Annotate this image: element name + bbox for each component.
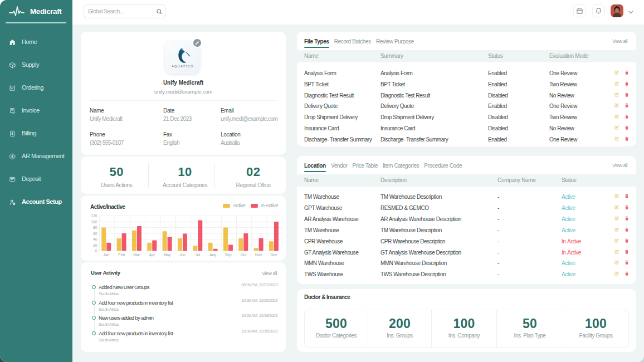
svg-text:Mar: Mar	[134, 253, 140, 257]
svg-text:0: 0	[95, 249, 97, 253]
svg-text:Sep: Sep	[225, 253, 231, 257]
svg-text:60: 60	[93, 232, 97, 236]
svg-text:Feb: Feb	[118, 253, 125, 257]
svg-text:Jun: Jun	[179, 253, 186, 257]
svg-text:120: 120	[91, 214, 97, 218]
svg-text:100: 100	[91, 220, 97, 224]
svg-text:20: 20	[93, 243, 97, 247]
svg-text:Apr: Apr	[149, 253, 155, 257]
svg-text:40: 40	[93, 237, 97, 241]
svg-text:May: May	[164, 253, 171, 257]
svg-text:Jul: Jul	[195, 253, 200, 257]
svg-text:Nov: Nov	[255, 253, 262, 257]
svg-text:Aug: Aug	[209, 253, 216, 257]
svg-text:Oct: Oct	[240, 253, 246, 257]
svg-text:80: 80	[93, 226, 97, 229]
svg-text:AQUATICO: AQUATICO	[172, 65, 194, 68]
svg-text:Jan: Jan	[103, 253, 109, 257]
svg-text:Dec: Dec	[270, 253, 277, 257]
